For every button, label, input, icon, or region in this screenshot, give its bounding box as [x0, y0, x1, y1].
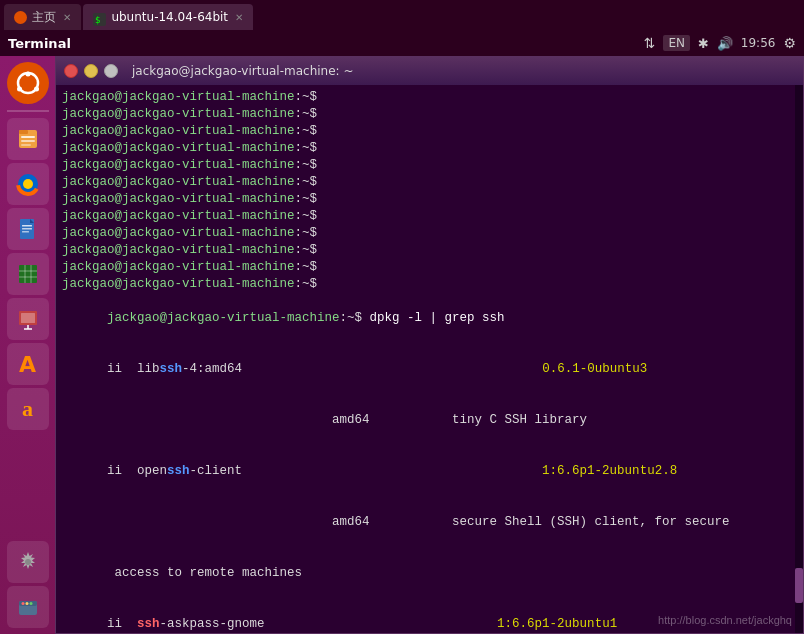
tab-ubuntu-close[interactable]: ✕ [235, 12, 243, 23]
terminal-pkg-libssh-line1: ii libssh-4:amd64 0.6.1-0ubuntu3 [62, 344, 797, 395]
terminal-command-line: jackgao@jackgao-virtual-machine:~$ dpkg … [62, 293, 797, 344]
terminal-pkg-libssh-line2: amd64 tiny C SSH library [62, 395, 797, 446]
tab-home-close[interactable]: ✕ [63, 12, 71, 23]
tray-bluetooth-icon: ✱ [698, 36, 709, 51]
svg-rect-25 [21, 313, 35, 323]
svg-rect-17 [22, 228, 32, 230]
terminal-line: jackgao@jackgao-virtual-machine:~$ [62, 208, 797, 225]
tray-lang[interactable]: EN [663, 35, 690, 51]
sidebar-icon-files[interactable] [7, 118, 49, 160]
tray-time: 19:56 [741, 36, 776, 50]
win-min-btn[interactable] [84, 64, 98, 78]
terminal-content[interactable]: jackgao@jackgao-virtual-machine:~$ jackg… [56, 85, 803, 633]
taskbar-top: 主页 ✕ $ ubuntu-14.04-64bit ✕ [0, 0, 804, 30]
sidebar-icon-ubuntu[interactable] [7, 62, 49, 104]
terminal-line: jackgao@jackgao-virtual-machine:~$ [62, 89, 797, 106]
sidebar-icon-appstore[interactable]: A [7, 343, 49, 385]
amazon-letter: a [22, 396, 33, 422]
svg-rect-19 [19, 265, 37, 283]
terminal-tab-icon: $ [93, 11, 106, 24]
home-tab-icon [14, 11, 27, 24]
sidebar-divider [7, 110, 49, 112]
svg-point-29 [25, 559, 31, 565]
terminal-line: jackgao@jackgao-virtual-machine:~$ [62, 276, 797, 293]
tab-ubuntu-label: ubuntu-14.04-64bit [111, 10, 228, 24]
terminal-pkg-openssh-line1: ii openssh-client 1:6.6p1-2ubuntu2.8 [62, 446, 797, 497]
tab-home-label: 主页 [32, 9, 56, 26]
tray-right: ⇅ EN ✱ 🔊 19:56 ⚙ [644, 35, 796, 51]
sidebar-icon-presentation[interactable] [7, 298, 49, 340]
terminal-line: jackgao@jackgao-virtual-machine:~$ [62, 140, 797, 157]
tray-transfer-icon: ⇅ [644, 35, 656, 51]
terminal-title: jackgao@jackgao-virtual-machine: ~ [132, 64, 354, 78]
svg-point-3 [25, 72, 30, 77]
sidebar-icon-settings[interactable] [7, 541, 49, 583]
sidebar-icon-spreadsheet[interactable] [7, 253, 49, 295]
terminal-line: jackgao@jackgao-virtual-machine:~$ [62, 225, 797, 242]
scrollbar-track[interactable] [795, 85, 803, 633]
terminal-line: jackgao@jackgao-virtual-machine:~$ [62, 106, 797, 123]
tab-ubuntu[interactable]: $ ubuntu-14.04-64bit ✕ [83, 4, 253, 30]
svg-point-5 [34, 87, 39, 92]
tab-home[interactable]: 主页 ✕ [4, 4, 81, 30]
system-tray-bar: Terminal ⇅ EN ✱ 🔊 19:56 ⚙ [0, 30, 804, 56]
terminal-line: jackgao@jackgao-virtual-machine:~$ [62, 174, 797, 191]
svg-rect-18 [22, 231, 29, 233]
terminal-line: jackgao@jackgao-virtual-machine:~$ [62, 191, 797, 208]
svg-point-32 [21, 602, 24, 605]
svg-rect-10 [21, 144, 31, 146]
svg-point-4 [17, 87, 22, 92]
terminal-line: jackgao@jackgao-virtual-machine:~$ [62, 157, 797, 174]
scrollbar-thumb[interactable] [795, 568, 803, 603]
terminal-pkg-openssh-line2: amd64 secure Shell (SSH) client, for sec… [62, 497, 797, 548]
sidebar-icon-document[interactable] [7, 208, 49, 250]
svg-rect-7 [19, 130, 28, 134]
terminal-line: jackgao@jackgao-virtual-machine:~$ [62, 259, 797, 276]
svg-point-34 [29, 602, 32, 605]
tray-app-label: Terminal [8, 36, 71, 51]
sidebar-icon-software[interactable] [7, 586, 49, 628]
terminal-window: jackgao@jackgao-virtual-machine: ~ jackg… [55, 56, 804, 634]
sidebar-icon-amazon[interactable]: a [7, 388, 49, 430]
sidebar-icon-firefox[interactable] [7, 163, 49, 205]
svg-point-13 [23, 179, 33, 189]
svg-text:$: $ [95, 15, 100, 25]
svg-rect-16 [22, 225, 32, 227]
watermark: http://blog.csdn.net/jackghq [658, 614, 792, 626]
svg-rect-8 [21, 136, 35, 138]
svg-point-33 [25, 602, 28, 605]
tray-settings-icon[interactable]: ⚙ [783, 35, 796, 51]
terminal-line: jackgao@jackgao-virtual-machine:~$ [62, 123, 797, 140]
tray-volume-icon: 🔊 [717, 36, 733, 51]
svg-rect-9 [21, 140, 35, 142]
terminal-line: jackgao@jackgao-virtual-machine:~$ [62, 242, 797, 259]
terminal-access-line: access to remote machines [62, 548, 797, 599]
win-close-btn[interactable] [64, 64, 78, 78]
sidebar: A a [0, 56, 55, 634]
win-max-btn[interactable] [104, 64, 118, 78]
appstore-letter: A [19, 352, 36, 377]
terminal-titlebar: jackgao@jackgao-virtual-machine: ~ [56, 57, 803, 85]
